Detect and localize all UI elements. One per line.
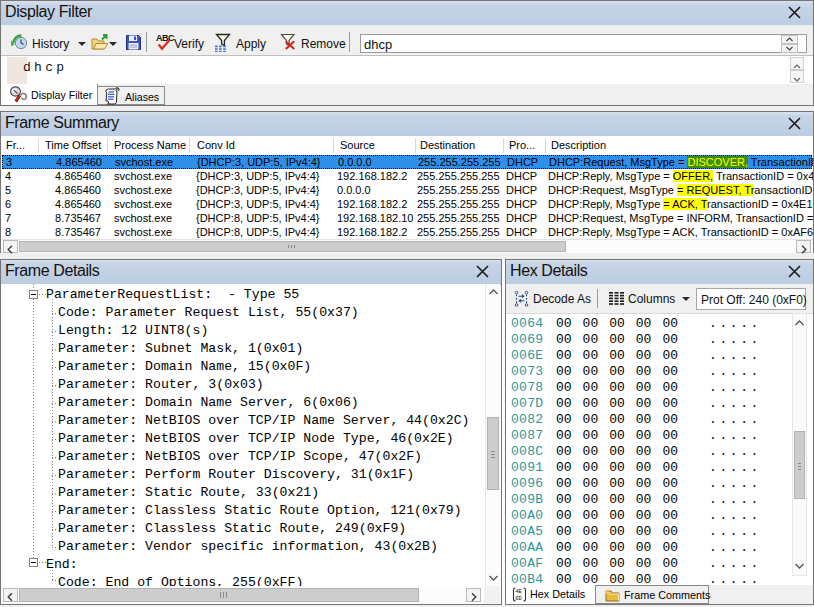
svg-text:6D: 6D	[515, 595, 522, 602]
